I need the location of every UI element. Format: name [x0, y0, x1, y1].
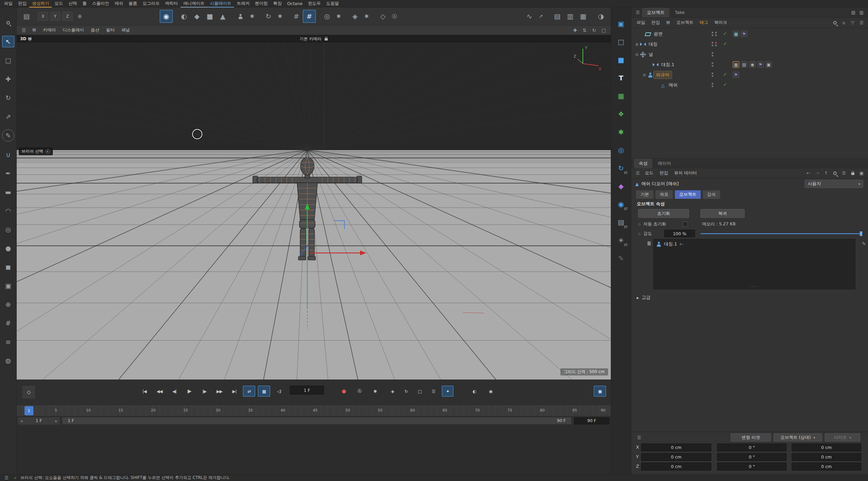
annotate-icon[interactable]: Ⓐ [389, 10, 400, 23]
light-st-icon[interactable]: ☀ST [615, 234, 627, 246]
key-gear-icon[interactable]: ✱ [361, 10, 372, 23]
graph-icon[interactable]: ∿ [523, 10, 536, 23]
key-diamond-icon[interactable]: ◇ [638, 232, 641, 236]
goto-end-button[interactable]: ▶| [229, 386, 239, 397]
tree-row-figure[interactable]: ⊟ 피규어 ✓ ⚑ [631, 70, 868, 80]
snap-tool-icon[interactable]: ◉ [160, 10, 173, 23]
pan-view-icon[interactable]: ✚ [571, 28, 579, 33]
autokey-highlight-button[interactable]: ✦ [442, 386, 453, 397]
am-list-icon[interactable]: ☰ [840, 170, 848, 177]
vp-menu-panel[interactable]: 패널 [119, 26, 133, 34]
menu-help[interactable]: 도움말 [323, 0, 342, 7]
menu-extensions[interactable]: 확장 [270, 0, 284, 7]
om-menu-bookmarks[interactable]: 북마크 [712, 19, 730, 27]
next-frame-button[interactable]: |▶ [199, 386, 210, 397]
om-menu-file[interactable]: 파일 [634, 19, 648, 27]
cage-list-box[interactable]: 대칭.1 ⊢ ····· [653, 239, 855, 289]
om-list-icon[interactable]: ☰ [858, 19, 865, 26]
solo-a-button[interactable]: ◐ [469, 386, 479, 397]
stack-st-icon[interactable]: ▤ST [615, 216, 627, 228]
x-scale-field[interactable]: 0 cm [792, 444, 861, 451]
menu-window[interactable]: 윈도우 [305, 0, 324, 7]
menu-create[interactable]: 생성하기 [29, 0, 52, 7]
texture-tag-icon[interactable]: ▣ [765, 61, 772, 68]
film-tag-icon[interactable]: ▤ [741, 61, 747, 68]
strength-field[interactable]: 100 % ⌃⌄ [664, 230, 695, 237]
key-params-button[interactable]: ☰ [428, 386, 438, 397]
status-menu-icon[interactable]: ☰ [3, 475, 10, 481]
layout-b-icon[interactable]: ▥ [564, 10, 577, 23]
volume-icon[interactable]: ◆ [615, 180, 627, 192]
primitive-sphere-icon[interactable]: ◐ [177, 10, 190, 23]
playhead-marker[interactable]: 1 [25, 406, 33, 415]
am-menu-mode[interactable]: 모드 [642, 169, 656, 177]
enabled-check-icon[interactable]: ✓ [723, 72, 727, 77]
cage-item-symmetry1[interactable]: 대칭.1 ⊢ [654, 239, 855, 249]
current-frame-field[interactable]: 1 F [290, 386, 324, 395]
visibility-dots[interactable] [712, 42, 717, 46]
tree-row-symmetry[interactable]: ⊞ 대칭 ✓ [631, 39, 868, 49]
cluster-icon[interactable]: ❖ [615, 108, 627, 120]
camera-menu[interactable]: 기본 카메라 [300, 36, 328, 42]
cube-object-icon[interactable]: ■ [615, 54, 627, 66]
record-button[interactable]: ● [339, 386, 349, 397]
scale-tool-icon[interactable]: ⇗ [2, 111, 14, 122]
z-lock-button[interactable]: Z [62, 12, 73, 21]
menu-mode[interactable]: 모드 [52, 0, 66, 7]
menu-render[interactable]: 렌더링 [252, 0, 271, 7]
rect-selection-icon[interactable]: □ [2, 54, 14, 66]
tab-falloff[interactable]: 감쇠 [703, 190, 720, 199]
menu-file[interactable]: 파일 [1, 0, 15, 7]
field-icon[interactable]: ◎ [615, 144, 627, 156]
timeline-popout-button[interactable]: ▣ [594, 386, 606, 397]
am-menu-userdata[interactable]: 유저 데이터 [671, 169, 699, 177]
enabled-check-icon[interactable]: ✓ [723, 31, 727, 36]
am-up-icon[interactable]: ↑ [822, 170, 830, 177]
visibility-dots[interactable] [712, 62, 713, 67]
image-tool-icon[interactable]: ▣ [2, 280, 14, 291]
dynamics-icon[interactable]: ✱ [615, 126, 627, 138]
strength-slider[interactable] [700, 233, 863, 234]
prev-key-button[interactable]: ◀◀ [154, 386, 165, 397]
user-dropdown[interactable]: 사용자 ▾ [805, 180, 863, 188]
character-tools-icon[interactable] [234, 10, 247, 23]
menu-mograph[interactable]: 모그라프 [140, 0, 162, 7]
viewport-menu-icon[interactable]: ☰ [19, 28, 28, 33]
frame-step-down-icon[interactable]: ◂ [18, 419, 25, 423]
clock-icon[interactable]: ◑ [594, 10, 607, 23]
layout-a-icon[interactable]: ▤ [551, 10, 564, 23]
z-rotation-field[interactable]: 0 ° [717, 463, 787, 470]
restore-button[interactable]: 복귀 [700, 209, 745, 218]
rotate-gear-icon[interactable]: ✱ [275, 10, 285, 23]
object-manager-menu-icon[interactable]: ☰ [634, 9, 641, 16]
screen-tool-icon[interactable]: ▣ [615, 18, 627, 30]
y-rotation-field[interactable]: 0 ° [717, 453, 787, 461]
visibility-dots[interactable] [712, 52, 713, 57]
rotate-st-icon[interactable]: ↻ST [615, 162, 627, 174]
am-menu-edit[interactable]: 편집 [657, 169, 671, 177]
rotate-mode-icon[interactable]: ↻ [262, 10, 275, 23]
sound-toggle-button[interactable]: ◁) [273, 386, 285, 397]
live-selection-icon[interactable]: ↖ [2, 36, 14, 47]
visibility-dots[interactable] [712, 83, 713, 87]
z-scale-field[interactable]: 0 cm [792, 463, 861, 470]
advanced-section[interactable]: ▸ 고급 [631, 293, 868, 302]
key-scale-button[interactable]: □ [415, 386, 425, 397]
tab-basic[interactable]: 기본 [636, 190, 653, 199]
menu-spline[interactable]: 스플라인 [90, 0, 112, 7]
grid-snap-icon[interactable]: # [303, 10, 316, 23]
om-menu-tags[interactable]: 태그 [697, 19, 711, 27]
size-dropdown[interactable]: 사이즈 ▾ [825, 433, 860, 442]
tab-layers[interactable]: 레이어 [653, 159, 676, 168]
axis-system-icon[interactable]: ⊕ [75, 10, 85, 23]
x-position-field[interactable]: 0 cm [641, 444, 711, 451]
render-view-icon[interactable]: ◎ [321, 10, 334, 23]
play-button[interactable]: ▶ [184, 386, 195, 397]
visibility-dots[interactable] [712, 73, 713, 77]
menu-select[interactable]: 선택 [66, 0, 80, 7]
am-back-icon[interactable]: ← [805, 170, 812, 177]
export-icon[interactable]: ↗ [536, 10, 546, 23]
grid-tool-icon[interactable]: # [2, 317, 14, 329]
sphere-tool-icon[interactable]: ● [2, 242, 14, 254]
x-lock-button[interactable]: X [38, 12, 48, 21]
